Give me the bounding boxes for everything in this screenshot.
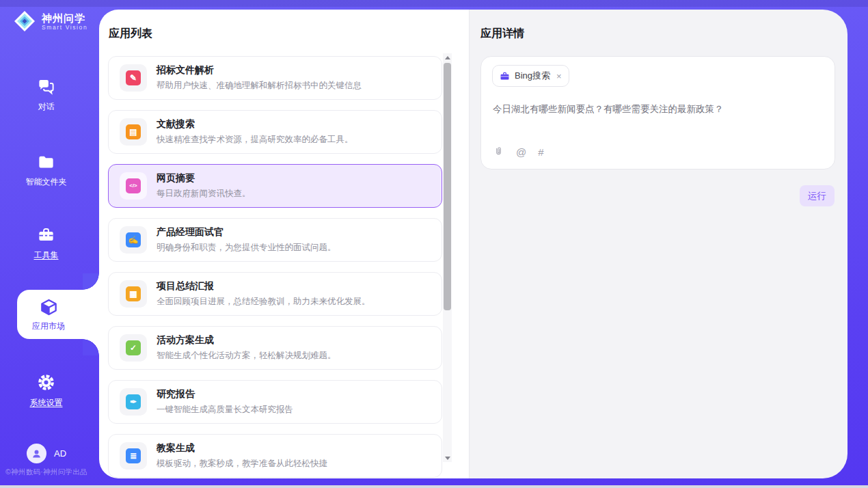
app-card-description: 帮助用户快速、准确地理解和解析招标书中的关键信息 [157, 80, 362, 92]
pen-edit-icon: ✎ [126, 70, 141, 85]
briefcase-icon [500, 71, 510, 81]
app-card-title: 网页摘要 [157, 172, 251, 185]
sidebar-item-toolset[interactable]: 工具集 [0, 226, 92, 261]
app-detail-panel: 应用详情 Bing搜索 × 今日湖北有哪些新闻要点？有哪些需要关注的最新政策？ … [469, 10, 847, 478]
app-card-title: 文献搜索 [157, 118, 353, 131]
app-card-title: 活动方案生成 [157, 334, 336, 347]
app-card-description: 一键智能生成高质量长文本研究报告 [157, 404, 293, 416]
sidebar-item-label: 智能文件夹 [26, 177, 67, 187]
diamond-logo-icon [12, 9, 37, 33]
scrollbar[interactable] [443, 53, 452, 462]
brand-logo: 神州问学 Smart Vision [12, 9, 87, 33]
tab-curve-top [83, 273, 99, 290]
sidebar-item-label: 对话 [38, 102, 55, 111]
user-account[interactable]: AD [27, 444, 66, 463]
ink-pen-icon: ✒ [126, 394, 141, 409]
app-card-description: 全面回顾项目进展，总结经验教训，助力未来优化发展。 [157, 296, 370, 308]
app-icon-tile: ✍ [120, 226, 147, 254]
app-icon-tile: ✎ [120, 64, 147, 92]
app-card[interactable]: ✍ 产品经理面试官 明确身份和职责，为您提供专业性的面试问题。 [108, 218, 442, 262]
tab-curve-bottom [83, 339, 99, 355]
chat-icon [37, 77, 55, 96]
window-bottom-edge [0, 485, 868, 488]
app-icon-tile: ▤ [120, 118, 147, 146]
clipboard-check-icon: ✓ [126, 340, 141, 355]
sidebar-item-label: 系统设置 [30, 398, 63, 407]
run-button[interactable]: 运行 [800, 185, 835, 206]
app-card-title: 招标文件解析 [157, 64, 362, 77]
copyright-text: ©神州数码·神州问学出品 [5, 467, 99, 477]
app-icon-tile: ✒ [120, 388, 147, 416]
app-list-title: 应用列表 [109, 27, 152, 41]
sidebar: 神州问学 Smart Vision 对话 智能文件夹 工具集 [0, 0, 99, 485]
sidebar-item-app-market-active[interactable]: 应用市场 [17, 290, 99, 339]
app-card-description: 模板驱动，教案秒成，教学准备从此轻松快捷 [157, 458, 327, 470]
app-card-description: 每日政府新闻资讯快查。 [157, 188, 251, 200]
tool-chip-bing-search[interactable]: Bing搜索 × [492, 65, 569, 87]
app-card-description: 智能生成个性化活动方案，轻松解决规划难题。 [157, 350, 336, 362]
app-list-panel: 应用列表 ✎ 招标文件解析 帮助用户快速、准确地理解和解析招标书中的关键信息 ▤… [99, 10, 469, 478]
app-card[interactable]: ≣ 教案生成 模板驱动，教案秒成，教学准备从此轻松快捷 [108, 434, 442, 478]
app-icon-tile: </> [120, 172, 147, 200]
cube-icon [40, 298, 58, 316]
hashtag-icon[interactable]: # [538, 147, 543, 157]
content-frame: 应用列表 ✎ 招标文件解析 帮助用户快速、准确地理解和解析招标书中的关键信息 ▤… [99, 10, 847, 478]
app-card[interactable]: ✓ 活动方案生成 智能生成个性化活动方案，轻松解决规划难题。 [108, 326, 442, 370]
app-icon-tile: ≣ [120, 442, 147, 470]
sidebar-item-label: 应用市场 [32, 321, 65, 331]
mention-at-icon[interactable]: @ [516, 147, 526, 157]
app-icon-tile: ✓ [120, 334, 147, 362]
summary-calendar-icon: ▦ [126, 286, 141, 301]
app-card[interactable]: ▤ 文献搜索 快速精准查找学术资源，提高研究效率的必备工具。 [108, 110, 442, 154]
scroll-up-arrow[interactable] [443, 53, 452, 62]
app-card-title: 项目总结汇报 [157, 280, 370, 293]
chip-close-icon[interactable]: × [556, 72, 562, 81]
interviewer-icon: ✍ [126, 232, 141, 247]
user-icon [31, 448, 42, 459]
app-card[interactable]: </> 网页摘要 每日政府新闻资讯快查。 [108, 164, 442, 208]
user-name: AD [54, 448, 66, 459]
app-card-list: ✎ 招标文件解析 帮助用户快速、准确地理解和解析招标书中的关键信息 ▤ 文献搜索… [108, 56, 442, 478]
gear-icon [37, 373, 55, 392]
tool-chip-label: Bing搜索 [515, 70, 550, 82]
folder-icon [37, 152, 55, 171]
scroll-down-arrow[interactable] [443, 454, 452, 462]
app-card-title: 教案生成 [157, 442, 327, 455]
app-card-title: 产品经理面试官 [157, 226, 336, 239]
sidebar-item-settings[interactable]: 系统设置 [0, 373, 92, 409]
app-card[interactable]: ✎ 招标文件解析 帮助用户快速、准确地理解和解析招标书中的关键信息 [108, 56, 442, 100]
app-card[interactable]: ✒ 研究报告 一键智能生成高质量长文本研究报告 [108, 380, 442, 424]
brand-title: 神州问学 [42, 12, 87, 24]
browser-code-icon: </> [126, 178, 141, 193]
sidebar-item-chat[interactable]: 对话 [0, 77, 92, 113]
app-card-description: 快速精准查找学术资源，提高研究效率的必备工具。 [157, 134, 353, 146]
sidebar-item-smart-folder[interactable]: 智能文件夹 [0, 152, 92, 188]
app-detail-title: 应用详情 [480, 27, 524, 41]
prompt-editor[interactable]: Bing搜索 × 今日湖北有哪些新闻要点？有哪些需要关注的最新政策？ @ # [480, 56, 835, 170]
app-icon-tile: ▦ [120, 280, 147, 308]
avatar [27, 444, 46, 463]
brand-subtitle: Smart Vision [42, 24, 87, 31]
sidebar-item-label: 工具集 [34, 250, 59, 260]
prompt-text: 今日湖北有哪些新闻要点？有哪些需要关注的最新政策？ [493, 103, 824, 116]
toolbox-icon [37, 226, 55, 244]
app-card-description: 明确身份和职责，为您提供专业性的面试问题。 [157, 242, 336, 254]
app-card[interactable]: ▦ 项目总结汇报 全面回顾项目进展，总结经验教训，助力未来优化发展。 [108, 272, 442, 316]
book-icon: ▤ [126, 124, 141, 139]
editor-toolbar: @ # [493, 146, 544, 158]
paperclip-icon[interactable] [493, 146, 504, 158]
scrollbar-thumb[interactable] [444, 63, 451, 310]
window-top-shade [0, 0, 868, 7]
books-icon: ≣ [126, 448, 141, 463]
app-card-title: 研究报告 [157, 388, 293, 401]
